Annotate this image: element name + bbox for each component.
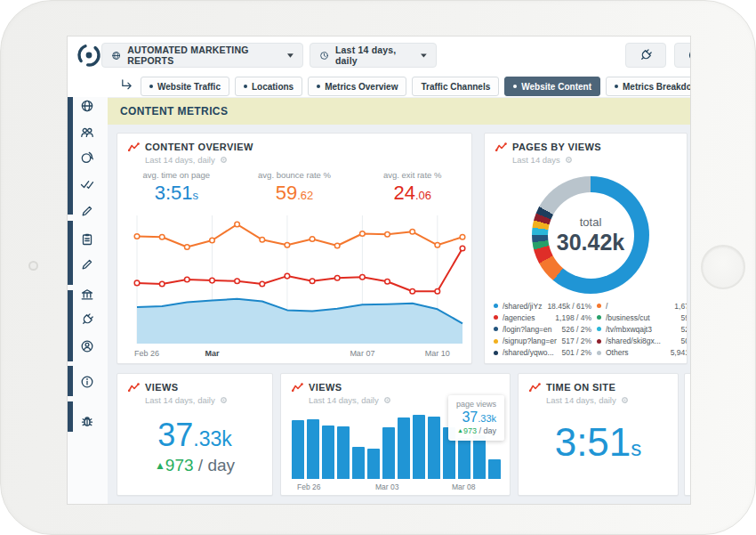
card-title: CONTENT OVERVIEW xyxy=(145,142,253,152)
card-title: TIME ON SITE xyxy=(546,382,615,393)
double-check-icon[interactable] xyxy=(80,177,94,191)
time-on-site-card: TIME ON SITE Last 14 days, daily 3:51s xyxy=(518,373,679,496)
settings-button[interactable] xyxy=(674,43,690,68)
report-pages-tabrow: Website TrafficLocationsMetrics Overview… xyxy=(68,74,690,97)
sidebar-group-bar xyxy=(68,221,73,285)
topbar: AUTOMATED MARKETING REPORTS Last 14 days… xyxy=(68,36,690,74)
bug-icon[interactable] xyxy=(80,414,94,428)
pulse-chart-icon xyxy=(128,383,140,393)
metric-bounce-rate: avg. bounce rate % 59.62 xyxy=(236,170,354,205)
bar[interactable] xyxy=(352,447,365,479)
tab-dot xyxy=(317,85,320,88)
card-title: VIEWS xyxy=(309,382,342,393)
bar[interactable] xyxy=(322,426,334,479)
report-selector-label: AUTOMATED MARKETING REPORTS xyxy=(127,45,274,66)
clock-icon xyxy=(319,50,329,61)
legend-item: /signup?lang=en517 / 2% xyxy=(494,336,591,347)
legend-item: /shared/ski8gx...501 / 2% xyxy=(597,336,688,347)
bank-icon[interactable] xyxy=(80,288,94,302)
integrations-button[interactable] xyxy=(625,43,666,68)
gear-icon xyxy=(688,48,690,62)
svg-text:Mar 10: Mar 10 xyxy=(425,349,450,358)
legend-dot xyxy=(597,315,601,320)
tab-metrics-breakdowns[interactable]: Metrics Breakdowns xyxy=(606,77,690,96)
chart-tooltip: page views 37.33k ▲973 / day xyxy=(448,395,504,441)
legend-dot xyxy=(494,327,498,331)
tab-locations[interactable]: Locations xyxy=(235,77,302,96)
legend-item: /login?lang=en526 / 2% xyxy=(494,323,591,335)
legend-dot xyxy=(597,304,601,308)
gear-icon[interactable] xyxy=(383,396,391,404)
tab-list: Website TrafficLocationsMetrics Overview… xyxy=(141,77,690,96)
tab-website-content[interactable]: Website Content xyxy=(504,77,600,96)
globe-sync-icon[interactable] xyxy=(80,150,94,165)
screen: AUTOMATED MARKETING REPORTS Last 14 days… xyxy=(68,36,690,504)
card-title: VIEWS xyxy=(145,382,178,393)
svg-text:Mar 07: Mar 07 xyxy=(350,349,374,358)
bar[interactable] xyxy=(292,420,304,479)
tab-dot xyxy=(513,85,517,88)
metric-exit-rate: avg. exit rate % 24.06 xyxy=(353,170,471,205)
gear-icon[interactable] xyxy=(220,396,228,404)
legend-dot xyxy=(494,304,498,308)
users-icon[interactable] xyxy=(80,126,94,140)
report-selector[interactable]: AUTOMATED MARKETING REPORTS xyxy=(101,43,303,68)
bars-x-axis: Feb 26Mar 03Mar 08 xyxy=(292,482,501,493)
x-axis-label: Mar 03 xyxy=(375,482,398,491)
card-title: PAGES BY VIEWS xyxy=(512,142,601,152)
subpage-arrow-icon xyxy=(120,78,133,95)
views-value: 37.33k xyxy=(117,417,272,454)
gear-icon[interactable] xyxy=(621,396,629,404)
svg-text:Mar: Mar xyxy=(205,349,220,358)
pen-icon[interactable] xyxy=(80,257,94,272)
pulse-chart-icon xyxy=(128,142,140,152)
legend-item: /business/cut591 / 2% xyxy=(597,312,688,323)
sidebar-group-bar xyxy=(68,366,73,396)
tab-dot xyxy=(615,85,618,88)
clipped-card xyxy=(684,373,690,496)
gear-icon[interactable] xyxy=(565,156,573,164)
tab-metrics-overview[interactable]: Metrics Overview xyxy=(308,77,406,96)
card-subtitle: Last 14 days, daily xyxy=(145,395,215,405)
bar[interactable] xyxy=(428,417,440,479)
bar[interactable] xyxy=(307,419,319,479)
legend-item: /shared/yqwo...501 / 2% xyxy=(494,347,591,359)
legend-item: /agencies1,198 / 4% xyxy=(494,312,591,323)
card-subtitle: Last 14 days, daily xyxy=(145,155,215,165)
tab-traffic-channels[interactable]: Traffic Channels xyxy=(412,77,499,96)
donut-legend-left: /shared/jiYz...18.45k / 61%/agencies1,19… xyxy=(494,300,591,359)
chevron-down-icon xyxy=(287,53,294,58)
donut-total-value: 30.42k xyxy=(557,230,624,255)
date-range-selector[interactable]: Last 14 days, daily xyxy=(310,43,437,68)
pulse-chart-icon xyxy=(292,383,303,393)
bar[interactable] xyxy=(473,435,486,479)
clipboard-icon[interactable] xyxy=(80,232,94,247)
bar[interactable] xyxy=(337,426,350,479)
user-icon[interactable] xyxy=(80,339,94,353)
home-button[interactable] xyxy=(701,245,745,289)
bar[interactable] xyxy=(413,415,425,479)
legend-dot xyxy=(494,339,498,344)
section-header: CONTENT METRICS xyxy=(108,98,690,125)
legend-dot xyxy=(597,327,601,331)
time-on-site-value: 3:51s xyxy=(519,420,678,465)
bar[interactable] xyxy=(382,427,395,479)
info-icon[interactable] xyxy=(80,375,94,389)
bar[interactable] xyxy=(398,417,410,479)
tablet-frame: AUTOMATED MARKETING REPORTS Last 14 days… xyxy=(0,0,756,535)
card-subtitle: Last 14 days, daily xyxy=(546,395,616,405)
pen-icon[interactable] xyxy=(80,204,94,218)
pages-donut-chart: total 30.42k xyxy=(532,176,649,294)
tab-website-traffic[interactable]: Website Traffic xyxy=(141,77,229,96)
overview-metrics: avg. time on page 3:51s avg. bounce rate… xyxy=(117,170,471,205)
bar[interactable] xyxy=(458,438,470,479)
views-bar-chart-card: VIEWS Last 14 days, daily Feb 26Mar 03Ma… xyxy=(280,373,511,496)
globe-icon[interactable] xyxy=(80,99,94,113)
sidebar-group-bar xyxy=(68,290,73,361)
bar[interactable] xyxy=(488,459,501,479)
gear-icon[interactable] xyxy=(220,156,228,164)
tab-dot xyxy=(149,85,153,88)
plug-icon[interactable] xyxy=(80,312,94,327)
date-range-label: Last 14 days, daily xyxy=(335,45,407,66)
bar[interactable] xyxy=(367,449,380,479)
